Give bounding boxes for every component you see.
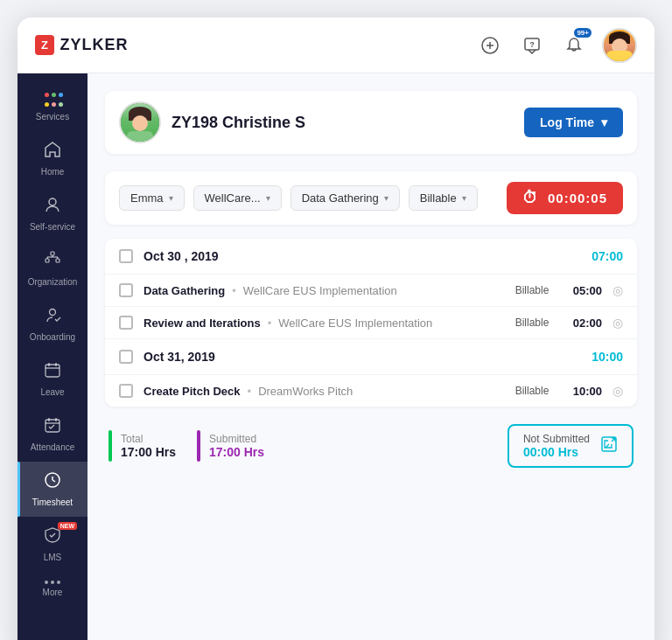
employee-filter-chevron: ▾ (169, 193, 173, 203)
sidebar-item-attendance[interactable]: Attendance (18, 407, 88, 462)
entry-billable-1: Billable (506, 284, 558, 296)
employee-header: ZY198 Christine S Log Time ▾ (105, 91, 637, 154)
entry-location-3[interactable]: ◎ (612, 384, 623, 398)
sidebar-label-leave: Leave (40, 387, 64, 398)
submitted-label: Submitted (209, 433, 264, 445)
sidebar-item-organization[interactable]: Organization (18, 241, 88, 296)
svg-rect-8 (56, 259, 60, 262)
employee-info: ZY198 Christine S (119, 101, 305, 143)
sidebar-item-leave[interactable]: Leave (18, 351, 88, 407)
filter-bar: Emma ▾ WellCare... ▾ Data Gathering ▾ Bi… (105, 171, 637, 225)
total-value: 17:00 Hrs (121, 445, 176, 459)
sidebar-label-lms: LMS (44, 553, 62, 563)
entry-project-1: WellCare EUS Implementation (243, 284, 397, 297)
billable-filter-chevron: ▾ (462, 193, 466, 203)
task-filter[interactable]: Data Gathering ▾ (290, 185, 400, 211)
sidebar-item-self-service[interactable]: Self-service (18, 186, 88, 241)
entry-time-1: 05:00 (558, 284, 602, 297)
help-icon[interactable]: ? (518, 31, 546, 59)
sidebar-item-lms[interactable]: NEW LMS (18, 517, 88, 572)
log-time-chevron: ▾ (601, 115, 607, 129)
sidebar-item-timesheet[interactable]: Timesheet (18, 462, 88, 517)
notification-icon[interactable]: 99+ (560, 31, 588, 59)
add-icon[interactable] (476, 31, 504, 59)
sidebar-item-services[interactable]: Services (18, 84, 88, 131)
summary-total-text: Total 17:00 Hrs (121, 433, 176, 459)
attendance-icon (43, 415, 62, 439)
sidebar-label-organization: Organization (28, 277, 78, 288)
entry-sep-3: • (248, 385, 252, 398)
date-row-oct30: Oct 30 , 2019 07:00 (105, 239, 637, 274)
summary-total: Total 17:00 Hrs (108, 430, 176, 462)
entry-info-3: Create Pitch Deck • DreamWorks Pitch (144, 385, 506, 398)
submitted-indicator (197, 430, 200, 462)
project-filter[interactable]: WellCare... ▾ (193, 185, 282, 211)
project-filter-value: WellCare... (205, 191, 261, 205)
entry-row-review: Review and Iterations • WellCare EUS Imp… (105, 306, 637, 338)
date-checkbox-oct30[interactable] (119, 249, 133, 263)
entry-task-1: Data Gathering (144, 284, 225, 297)
task-filter-chevron: ▾ (384, 193, 388, 203)
entry-row-pitch-deck: Create Pitch Deck • DreamWorks Pitch Bil… (105, 374, 637, 407)
entry-location-2[interactable]: ◎ (612, 316, 623, 330)
timer-button[interactable]: ⏱ 00:00:05 (507, 182, 623, 214)
svg-rect-18 (46, 420, 60, 432)
notification-badge: 99+ (574, 28, 592, 38)
date-total-oct31: 10:00 (592, 350, 623, 364)
entry-checkbox-2[interactable] (119, 316, 133, 330)
sidebar-item-onboarding[interactable]: Onboarding (18, 296, 88, 351)
main-layout: Services Home Self-service (18, 73, 654, 640)
total-label: Total (121, 433, 176, 445)
not-submitted-text: Not Submitted 00:00 Hrs (523, 433, 590, 459)
timer-value: 00:00:05 (548, 191, 607, 205)
header-icons: ? 99+ (476, 28, 637, 63)
log-time-button[interactable]: Log Time ▾ (524, 108, 623, 137)
sidebar-label-self-service: Self-service (30, 222, 75, 233)
lms-new-badge: NEW (58, 522, 77, 530)
summary-submitted-text: Submitted 17:00 Hrs (209, 433, 264, 459)
logo-box: Z (35, 35, 54, 55)
project-filter-chevron: ▾ (266, 193, 270, 203)
summary-bar: Total 17:00 Hrs Submitted 17:00 Hrs Not … (105, 424, 637, 468)
entry-info-1: Data Gathering • WellCare EUS Implementa… (144, 284, 506, 297)
more-icon (45, 581, 60, 584)
entry-checkbox-3[interactable] (119, 384, 133, 398)
services-icon (45, 93, 60, 108)
not-submitted-label: Not Submitted (523, 433, 590, 445)
not-submitted-box[interactable]: Not Submitted 00:00 Hrs (508, 424, 634, 468)
entry-checkbox-1[interactable] (119, 283, 133, 297)
log-time-label: Log Time (540, 115, 594, 129)
sidebar-label-attendance: Attendance (31, 442, 75, 453)
date-total-oct30: 07:00 (592, 249, 623, 263)
person-icon (43, 195, 62, 219)
entry-billable-3: Billable (506, 385, 558, 397)
billable-filter[interactable]: Billable ▾ (409, 185, 478, 211)
employee-avatar (119, 101, 161, 143)
user-avatar[interactable] (602, 28, 637, 63)
home-icon (43, 140, 62, 163)
sidebar-item-home[interactable]: Home (18, 131, 88, 186)
svg-rect-6 (51, 252, 54, 255)
sidebar-label-more: More (43, 588, 63, 598)
task-filter-value: Data Gathering (302, 191, 379, 205)
logo: Z ZYLKER (35, 35, 128, 55)
svg-text:?: ? (529, 40, 535, 49)
entry-billable-2: Billable (506, 317, 558, 329)
onboarding-icon (43, 305, 62, 329)
sidebar-item-more[interactable]: More (18, 572, 88, 607)
sidebar: Services Home Self-service (18, 73, 88, 640)
svg-rect-14 (46, 365, 60, 377)
date-label-oct31: Oct 31, 2019 (144, 350, 592, 364)
org-icon (43, 250, 62, 274)
total-indicator (108, 430, 112, 462)
svg-point-5 (49, 198, 56, 205)
date-checkbox-oct31[interactable] (119, 350, 133, 364)
entry-location-1[interactable]: ◎ (612, 283, 623, 297)
employee-filter[interactable]: Emma ▾ (119, 185, 185, 211)
not-submitted-value: 00:00 Hrs (523, 445, 590, 459)
date-label-oct30: Oct 30 , 2019 (144, 249, 592, 263)
sidebar-label-home: Home (41, 167, 65, 177)
entry-sep-1: • (232, 284, 236, 297)
submitted-value: 17:00 Hrs (209, 445, 264, 459)
entry-task-3: Create Pitch Deck (144, 385, 241, 398)
